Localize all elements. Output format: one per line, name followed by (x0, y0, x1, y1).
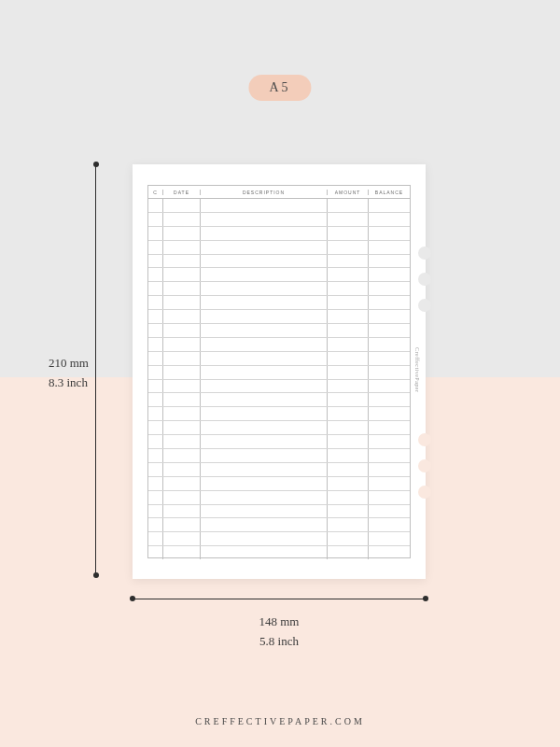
ledger-row (148, 338, 410, 352)
ledger-row (148, 296, 410, 310)
ledger-row (148, 407, 410, 421)
ledger-row (148, 435, 410, 449)
ledger-row (148, 241, 410, 255)
ledger-row (148, 255, 410, 269)
indicator-dot (130, 596, 135, 601)
ledger-row (148, 491, 410, 505)
ledger-row (148, 532, 410, 546)
binder-hole (418, 459, 431, 472)
indicator-dot (93, 572, 99, 578)
width-line (133, 599, 426, 599)
col-header-balance: BALANCE (369, 190, 410, 195)
ledger-row (148, 421, 410, 435)
ledger-row (148, 199, 410, 213)
ledger-row (148, 282, 410, 296)
ledger-row (148, 393, 410, 407)
ledger-row (148, 268, 410, 282)
ledger-row (148, 227, 410, 241)
height-mm: 210 mm (49, 354, 89, 374)
binder-hole (418, 299, 431, 312)
ledger-body (148, 199, 410, 559)
ledger-row (148, 518, 410, 532)
ledger-row (148, 324, 410, 338)
binder-holes (416, 164, 435, 579)
size-badge: A5 (248, 75, 311, 101)
width-labels: 148 mm 5.8 inch (133, 613, 426, 652)
ledger-row (148, 477, 410, 491)
height-indicator (90, 164, 99, 575)
height-line (95, 164, 96, 575)
ledger-row (148, 546, 410, 559)
col-header-date: DATE (163, 190, 201, 195)
width-indicator (133, 594, 426, 603)
col-header-description: DESCRIPTION (201, 190, 328, 195)
ledger-row (148, 380, 410, 394)
ledger-row (148, 310, 410, 324)
footer-brand: CREFFECTIVEPAPER.COM (0, 716, 560, 726)
indicator-dot (93, 162, 99, 167)
height-labels: 210 mm 8.3 inch (49, 354, 89, 393)
ledger-table: C DATE DESCRIPTION AMOUNT BALANCE (147, 185, 411, 558)
indicator-dot (423, 596, 428, 601)
width-inch: 5.8 inch (133, 632, 426, 652)
ledger-row (148, 352, 410, 366)
binder-hole (418, 433, 431, 446)
col-header-amount: AMOUNT (328, 190, 369, 195)
binder-hole (418, 486, 431, 499)
binder-hole (418, 273, 431, 286)
ledger-header-row: C DATE DESCRIPTION AMOUNT BALANCE (148, 186, 410, 199)
col-header-c: C (148, 190, 163, 195)
ledger-row (148, 213, 410, 227)
ledger-row (148, 463, 410, 477)
planner-page: C DATE DESCRIPTION AMOUNT BALANCE Creffe… (133, 164, 426, 579)
size-diagram: 210 mm 8.3 inch C DATE DESCRIPTION AMOUN… (90, 164, 500, 669)
height-inch: 8.3 inch (49, 374, 89, 393)
binder-hole (418, 247, 431, 260)
ledger-row (148, 449, 410, 463)
ledger-row (148, 505, 410, 519)
width-mm: 148 mm (133, 613, 426, 632)
ledger-row (148, 366, 410, 380)
